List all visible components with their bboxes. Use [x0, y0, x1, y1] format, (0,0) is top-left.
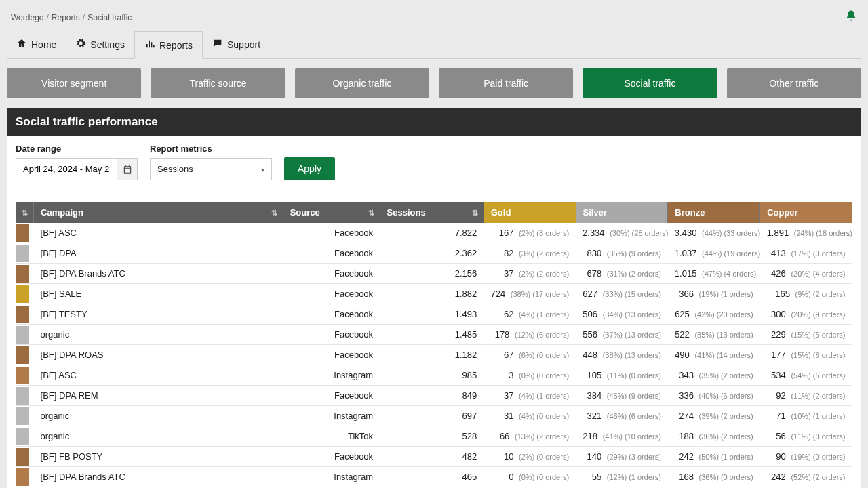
cell-silver: 321 (46%) (6 orders): [576, 406, 668, 426]
cell-source: Facebook: [283, 284, 380, 304]
cell-source: Instagram: [283, 406, 380, 426]
cell-copper: 165 (9%) (2 orders): [760, 284, 852, 304]
nav-settings[interactable]: Settings: [66, 30, 134, 58]
cell-sessions: 1.485: [380, 325, 484, 345]
cell-sessions: 465: [380, 467, 484, 487]
subtab-paid-traffic[interactable]: Paid traffic: [439, 68, 573, 98]
sort-icon[interactable]: ⇅: [472, 208, 478, 217]
cell-copper: 534 (54%) (5 orders): [760, 365, 852, 386]
col-source[interactable]: Source⇅: [283, 202, 380, 223]
cell-bronze: 343 (35%) (2 orders): [668, 365, 760, 386]
nav-home[interactable]: Home: [7, 30, 66, 58]
cell-sessions: 1.882: [380, 284, 484, 304]
cell-silver: 830 (35%) (9 orders): [576, 243, 668, 264]
subtab-traffic-source[interactable]: Traffic source: [151, 68, 285, 98]
cell-copper: 300 (20%) (9 orders): [760, 304, 852, 325]
sort-icon[interactable]: ⇅: [22, 208, 28, 217]
cell-silver: 55 (12%) (1 orders): [576, 467, 668, 487]
cell-silver: 105 (11%) (0 orders): [576, 365, 668, 386]
breadcrumb-link[interactable]: Reports: [52, 13, 80, 22]
cell-gold: 0 (0%) (0 orders): [484, 467, 576, 487]
cell-bronze: 1.037 (44%) (19 orders): [668, 243, 760, 264]
cell-source: Facebook: [283, 345, 380, 365]
cell-source: Facebook: [283, 386, 380, 406]
chevron-down-icon: ▾: [261, 165, 264, 173]
cell-sessions: 2.362: [380, 243, 484, 264]
segment-chip: [16, 285, 29, 303]
col-campaign[interactable]: Campaign⇅: [34, 202, 283, 223]
table-row: [BF] DPA Brands ATCFacebook2.15637 (2%) …: [16, 264, 852, 284]
sort-icon[interactable]: ⇅: [368, 208, 374, 217]
cell-gold: 62 (4%) (1 orders): [484, 304, 576, 325]
sort-icon[interactable]: ⇅: [271, 208, 277, 217]
chat-icon: [212, 38, 223, 51]
col-chip[interactable]: ⇅: [16, 202, 34, 223]
cell-gold: 31 (4%) (0 orders): [484, 406, 576, 426]
cell-copper: 242 (52%) (2 orders): [760, 467, 852, 487]
segment-chip: [16, 224, 29, 242]
date-range-label: Date range: [16, 144, 138, 154]
cell-source: Instagram: [283, 467, 380, 487]
cell-campaign: organic: [34, 325, 283, 345]
cell-silver: 448 (38%) (13 orders): [576, 345, 668, 365]
subtab-organic-traffic[interactable]: Organic traffic: [295, 68, 429, 98]
breadcrumb-link[interactable]: Wordego: [11, 13, 43, 22]
segment-chip: [16, 245, 29, 262]
cell-gold: 178 (12%) (6 orders): [484, 325, 576, 345]
cell-bronze: 490 (41%) (14 orders): [668, 345, 760, 365]
cell-copper: 229 (15%) (5 orders): [760, 325, 852, 345]
cell-campaign: [BF] ASC: [34, 365, 283, 386]
table-row: [BF] DPAFacebook2.36282 (3%) (2 orders)8…: [16, 243, 852, 264]
home-icon: [16, 38, 27, 51]
col-copper[interactable]: Copper: [760, 202, 852, 223]
cell-silver: 627 (33%) (15 orders): [576, 284, 668, 304]
metrics-select[interactable]: Sessions ▾: [150, 158, 272, 180]
cell-source: Instagram: [283, 365, 380, 386]
cell-bronze: 188 (36%) (2 orders): [668, 426, 760, 447]
report-panel: Social traffic performance Date range Re…: [7, 108, 861, 488]
cell-bronze: 274 (39%) (2 orders): [668, 406, 760, 426]
table-row: [BF] FB POSTYFacebook48210 (2%) (0 order…: [16, 447, 852, 467]
cell-bronze: 242 (50%) (1 orders): [668, 447, 760, 467]
cell-gold: 66 (13%) (2 orders): [484, 426, 576, 447]
table-row: [BF] SALEFacebook1.882724 (38%) (17 orde…: [16, 284, 852, 304]
cell-copper: 90 (19%) (0 orders): [760, 447, 852, 467]
date-range-input[interactable]: [16, 158, 117, 180]
cell-sessions: 2.156: [380, 264, 484, 284]
cell-silver: 556 (37%) (13 orders): [576, 325, 668, 345]
cell-campaign: [BF] SALE: [34, 284, 283, 304]
cell-source: Facebook: [283, 304, 380, 325]
cell-sessions: 1.182: [380, 345, 484, 365]
calendar-icon[interactable]: [117, 158, 138, 180]
segment-chip: [16, 367, 29, 384]
cell-silver: 218 (41%) (10 orders): [576, 426, 668, 447]
cell-gold: 167 (2%) (3 orders): [484, 223, 576, 243]
segment-chip: [16, 326, 29, 344]
cell-source: Facebook: [283, 447, 380, 467]
cell-bronze: 168 (36%) (0 orders): [668, 467, 760, 487]
cell-gold: 82 (3%) (2 orders): [484, 243, 576, 264]
cell-bronze: 366 (19%) (1 orders): [668, 284, 760, 304]
cell-copper: 413 (17%) (3 orders): [760, 243, 852, 264]
segment-chip: [16, 407, 29, 425]
subtab-visitor-segment[interactable]: Visitor segment: [7, 68, 141, 98]
cell-silver: 506 (34%) (13 orders): [576, 304, 668, 325]
apply-button[interactable]: Apply: [284, 157, 335, 180]
cell-gold: 37 (2%) (2 orders): [484, 264, 576, 284]
col-bronze[interactable]: Bronze: [668, 202, 760, 223]
cell-gold: 3 (0%) (0 orders): [484, 365, 576, 386]
col-gold[interactable]: Gold: [484, 202, 576, 223]
cell-sessions: 697: [380, 406, 484, 426]
notifications-icon[interactable]: [845, 9, 857, 25]
nav-support[interactable]: Support: [203, 30, 270, 58]
subtab-social-traffic[interactable]: Social traffic: [583, 68, 717, 98]
breadcrumb-link[interactable]: Social traffic: [87, 13, 132, 22]
subtab-other-traffic[interactable]: Other traffic: [727, 68, 861, 98]
chart-icon: [144, 39, 155, 52]
col-silver[interactable]: Silver: [576, 202, 668, 223]
cell-campaign: organic: [34, 406, 283, 426]
col-sessions[interactable]: Sessions⇅: [380, 202, 484, 223]
cell-sessions: 482: [380, 447, 484, 467]
cell-campaign: organic: [34, 426, 283, 447]
nav-reports[interactable]: Reports: [134, 31, 203, 59]
